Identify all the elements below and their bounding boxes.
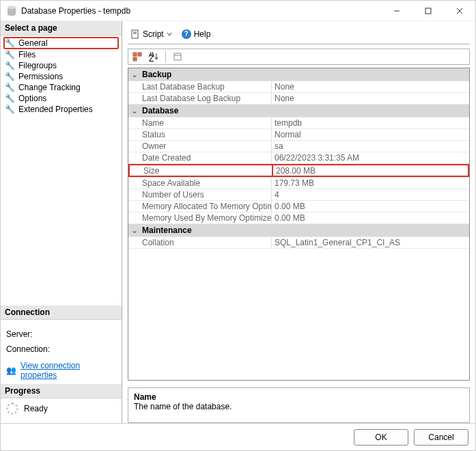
svg-rect-10 bbox=[138, 53, 141, 56]
page-label: Filegroups bbox=[18, 61, 57, 70]
page-label: General bbox=[18, 38, 48, 48]
svg-rect-11 bbox=[133, 57, 137, 61]
prop-owner[interactable]: Ownersa bbox=[128, 141, 469, 152]
svg-rect-6 bbox=[132, 30, 138, 38]
svg-rect-9 bbox=[133, 53, 137, 56]
progress-box: Ready bbox=[1, 398, 122, 423]
page-list: 🔧 General 🔧Files 🔧Filegroups 🔧Permission… bbox=[1, 36, 122, 118]
select-page-header: Select a page bbox=[1, 21, 122, 36]
alpha-sort-icon[interactable]: AZ bbox=[149, 52, 158, 62]
wrench-icon: 🔧 bbox=[5, 94, 15, 103]
page-item-options[interactable]: 🔧Options bbox=[3, 93, 119, 104]
page-item-change-tracking[interactable]: 🔧Change Tracking bbox=[3, 82, 119, 93]
window-title: Database Properties - tempdb bbox=[21, 6, 130, 16]
connection-header: Connection bbox=[1, 305, 122, 320]
page-label: Files bbox=[18, 50, 36, 59]
svg-rect-14 bbox=[174, 53, 181, 60]
close-button[interactable] bbox=[444, 1, 475, 21]
prop-size[interactable]: Size208.00 MB bbox=[128, 164, 469, 178]
prop-last-log-backup[interactable]: Last Database Log BackupNone bbox=[128, 93, 469, 105]
svg-text:Z: Z bbox=[149, 54, 154, 62]
description-title: Name bbox=[134, 392, 464, 402]
wrench-icon: 🔧 bbox=[5, 83, 15, 92]
progress-spinner-icon bbox=[6, 402, 18, 415]
progress-header: Progress bbox=[1, 384, 122, 398]
connection-icon: 👥 bbox=[6, 366, 16, 375]
page-item-general[interactable]: 🔧 General bbox=[3, 37, 119, 49]
ok-button[interactable]: OK bbox=[354, 429, 408, 446]
prop-status[interactable]: StatusNormal bbox=[128, 129, 469, 141]
view-connection-properties-link[interactable]: View connection properties bbox=[20, 361, 116, 380]
server-label: Server: bbox=[6, 329, 33, 339]
minimize-button[interactable] bbox=[381, 1, 412, 21]
page-item-filegroups[interactable]: 🔧Filegroups bbox=[3, 60, 119, 71]
right-panel: Script ? Help AZ ⌄Backup Last Databa bbox=[122, 21, 475, 423]
page-label: Options bbox=[18, 94, 46, 103]
wrench-icon: 🔧 bbox=[5, 72, 15, 81]
prop-date-created[interactable]: Date Created06/22/2023 3:31:35 AM bbox=[128, 152, 469, 164]
collapse-icon[interactable]: ⌄ bbox=[128, 105, 141, 117]
prop-space-available[interactable]: Space Available179.73 MB bbox=[128, 178, 469, 189]
database-icon bbox=[6, 5, 17, 16]
description-text: The name of the database. bbox=[134, 402, 464, 411]
category-database[interactable]: ⌄Database bbox=[128, 105, 469, 118]
prop-number-of-users[interactable]: Number of Users4 bbox=[128, 189, 469, 201]
page-item-extended-properties[interactable]: 🔧Extended Properties bbox=[3, 104, 119, 115]
prop-memory-used[interactable]: Memory Used By Memory Optimized Objects0… bbox=[128, 213, 469, 224]
cancel-button[interactable]: Cancel bbox=[414, 429, 468, 446]
category-backup[interactable]: ⌄Backup bbox=[128, 68, 469, 81]
svg-point-1 bbox=[8, 5, 16, 8]
prop-collation[interactable]: CollationSQL_Latin1_General_CP1_CI_AS bbox=[128, 237, 469, 249]
collapse-icon[interactable]: ⌄ bbox=[128, 68, 141, 81]
script-button[interactable]: Script bbox=[128, 28, 175, 40]
wrench-icon: 🔧 bbox=[5, 38, 15, 48]
connection-label: Connection: bbox=[6, 344, 50, 354]
wrench-icon: 🔧 bbox=[5, 50, 15, 59]
description-box: Name The name of the database. bbox=[128, 387, 470, 423]
page-label: Change Tracking bbox=[18, 83, 81, 92]
page-item-permissions[interactable]: 🔧Permissions bbox=[3, 71, 119, 82]
dialog-footer: OK Cancel bbox=[1, 423, 475, 450]
wrench-icon: 🔧 bbox=[5, 61, 15, 70]
categorized-icon[interactable] bbox=[132, 52, 142, 62]
progress-status: Ready bbox=[24, 404, 48, 413]
property-grid-toolbar: AZ bbox=[128, 49, 470, 65]
content-toolbar: Script ? Help bbox=[128, 27, 470, 44]
collapse-icon[interactable]: ⌄ bbox=[128, 224, 141, 236]
maximize-button[interactable] bbox=[412, 1, 444, 21]
category-maintenance[interactable]: ⌄Maintenance bbox=[128, 224, 469, 237]
script-label: Script bbox=[143, 29, 164, 39]
page-item-files[interactable]: 🔧Files bbox=[3, 49, 119, 60]
help-label: Help bbox=[194, 29, 211, 39]
page-label: Extended Properties bbox=[18, 105, 93, 114]
help-button[interactable]: ? Help bbox=[179, 28, 214, 40]
wrench-icon: 🔧 bbox=[5, 105, 15, 114]
dialog-window: Database Properties - tempdb Select a pa… bbox=[0, 0, 476, 451]
svg-rect-3 bbox=[425, 8, 431, 14]
connection-box: Server: Connection: 👥 View connection pr… bbox=[1, 320, 122, 384]
chevron-down-icon bbox=[167, 31, 172, 37]
page-label: Permissions bbox=[18, 72, 63, 81]
help-icon: ? bbox=[182, 29, 191, 39]
left-panel: Select a page 🔧 General 🔧Files 🔧Filegrou… bbox=[1, 21, 122, 423]
prop-memory-allocated[interactable]: Memory Allocated To Memory Optimized Obj… bbox=[128, 201, 469, 213]
property-grid: ⌄Backup Last Database BackupNone Last Da… bbox=[128, 68, 470, 381]
prop-name[interactable]: Nametempdb bbox=[128, 118, 469, 129]
titlebar: Database Properties - tempdb bbox=[1, 1, 475, 21]
script-icon bbox=[130, 29, 140, 39]
property-pages-icon[interactable] bbox=[173, 52, 182, 62]
prop-last-db-backup[interactable]: Last Database BackupNone bbox=[128, 81, 469, 93]
